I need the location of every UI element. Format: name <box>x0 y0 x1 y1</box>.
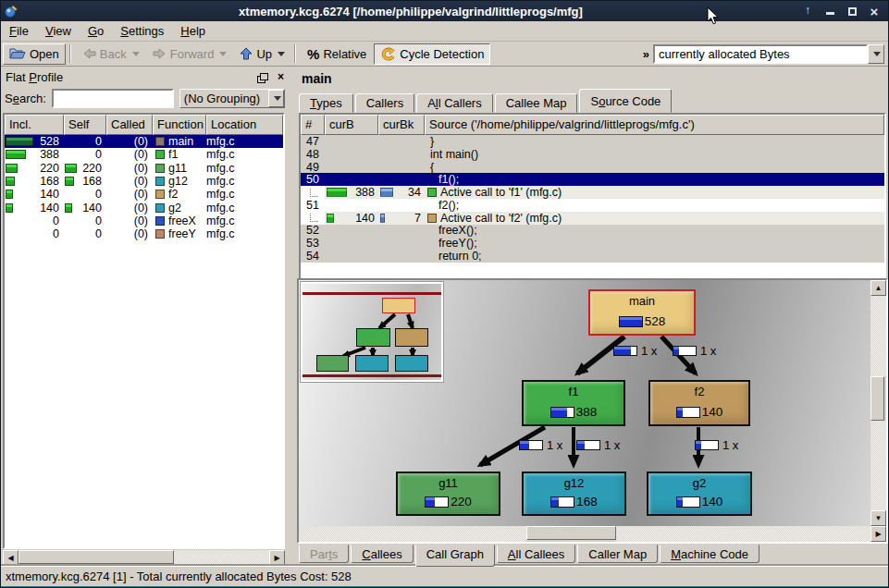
table-row[interactable]: 140140(0)g2mfg.c <box>5 201 283 214</box>
source-row[interactable]: 54return 0; <box>301 250 884 263</box>
source-row[interactable]: 48int main() <box>301 148 884 161</box>
scrollbar-thumb[interactable] <box>526 526 616 540</box>
tab-callers[interactable]: Callers <box>355 93 414 113</box>
scrollbar-thumb[interactable] <box>19 550 174 564</box>
source-row[interactable]: 38834Active call to 'f1' (mfg.c) <box>301 186 884 199</box>
tab-callee-map[interactable]: Callee Map <box>495 93 578 113</box>
cost-bar <box>6 150 26 159</box>
grouping-dropdown-button[interactable] <box>268 90 284 107</box>
source-row[interactable]: 49{ <box>301 161 884 174</box>
forward-button[interactable]: Forward <box>147 43 233 65</box>
table-row[interactable]: 168168(0)g12mfg.c <box>5 175 283 188</box>
scrollbar-thumb[interactable] <box>870 376 884 421</box>
graph-overview-minimap[interactable] <box>301 282 443 382</box>
flat-profile-hscrollbar[interactable]: ◀ ▶ <box>3 550 285 566</box>
cost-type-combobox[interactable]: currently allocated Bytes <box>653 44 884 64</box>
table-row[interactable]: 220220(0)g11mfg.c <box>5 162 283 175</box>
location-value: mfg.c <box>206 135 235 148</box>
source-row[interactable]: 51f2(); <box>301 199 884 212</box>
source-row[interactable]: 1407Active call to 'f2' (mfg.c) <box>301 212 884 225</box>
tab-callees[interactable]: Callees <box>351 545 413 563</box>
scroll-right-icon[interactable]: ▶ <box>269 550 285 566</box>
tab-all-callers[interactable]: All Callers <box>416 93 493 113</box>
panel-splitter[interactable] <box>287 67 297 566</box>
table-row[interactable]: 00(0)freeXmfg.c <box>5 214 283 227</box>
minimize-button[interactable] <box>823 4 836 19</box>
relative-button[interactable]: % Relative <box>302 43 372 65</box>
graph-node-g12[interactable]: g12168 <box>522 472 626 516</box>
maximize-button[interactable] <box>846 4 858 19</box>
location-cell: mfg.c <box>206 188 283 201</box>
scrollbar-track[interactable] <box>616 526 870 542</box>
scrollbar-track[interactable] <box>870 421 886 510</box>
table-row[interactable]: 00(0)freeYmfg.c <box>5 227 283 240</box>
menu-file[interactable]: File <box>1 22 37 40</box>
scrollbar-track[interactable] <box>174 550 269 566</box>
col-curbk[interactable]: curBk <box>378 115 425 135</box>
float-dock-icon[interactable] <box>260 73 268 80</box>
scrollbar-track[interactable] <box>870 296 886 376</box>
call-graph-canvas[interactable]: main528f1388f2140g11220g12168g21401 x1 x… <box>299 280 870 526</box>
grouping-combobox[interactable]: (No Grouping) <box>179 89 285 108</box>
location-value: mfg.c <box>206 202 235 214</box>
toolbar-overflow-chevron[interactable]: » <box>639 47 653 61</box>
tab-source-code[interactable]: Source Code <box>579 89 672 113</box>
source-row[interactable]: 52freeX(); <box>301 225 884 238</box>
tab-all-callees[interactable]: All Callees <box>497 545 575 563</box>
up-button[interactable]: Up <box>234 43 290 65</box>
location-value: mfg.c <box>206 162 235 175</box>
graph-node-f1[interactable]: f1388 <box>522 380 625 426</box>
col-called[interactable]: Called <box>106 115 153 135</box>
search-input[interactable] <box>52 89 174 108</box>
tab-caller-map[interactable]: Caller Map <box>577 545 658 563</box>
col-incl[interactable]: Incl. <box>5 115 64 135</box>
node-cost-bar <box>619 316 643 327</box>
table-row[interactable]: 1400(0)f2mfg.c <box>5 188 283 201</box>
back-dropdown-arrow[interactable] <box>132 52 140 56</box>
col-line[interactable]: # <box>301 115 325 135</box>
close-dock-icon[interactable]: × <box>278 71 284 82</box>
up-dropdown-arrow[interactable] <box>278 52 285 56</box>
tab-types[interactable]: Types <box>299 93 353 113</box>
menu-go[interactable]: Go <box>80 22 112 40</box>
shade-button[interactable]: ↑ <box>801 4 814 19</box>
scroll-down-icon[interactable]: ▼ <box>870 510 886 526</box>
open-button[interactable]: Open <box>3 43 66 65</box>
edge-label-f1-g11: 1 x <box>519 438 562 452</box>
cycle-detection-button[interactable]: Cycle Detection <box>374 43 490 65</box>
menu-settings[interactable]: Settings <box>112 22 172 40</box>
source-row[interactable]: 50f1(); <box>301 173 884 186</box>
graph-node-f2[interactable]: f2140 <box>648 380 750 426</box>
node-cost-fill <box>426 497 435 507</box>
table-row[interactable]: 5280(0)mainmfg.c <box>5 135 283 148</box>
col-source[interactable]: Source ('/home/philippe/valgrind/littlep… <box>425 115 884 135</box>
table-row[interactable]: 3880(0)f1mfg.c <box>5 148 283 161</box>
cost-type-dropdown-button[interactable] <box>868 44 884 64</box>
menu-view[interactable]: View <box>37 22 80 40</box>
back-button[interactable]: Back <box>77 43 145 65</box>
col-self[interactable]: Self <box>64 115 106 135</box>
tab-parts[interactable]: Parts <box>299 545 349 563</box>
source-row[interactable]: 53freeY(); <box>301 237 884 250</box>
col-curb[interactable]: curB <box>325 115 378 135</box>
title-bar: xtmemory.kcg.6274 [/home/philippe/valgri… <box>1 1 888 21</box>
tab-machine-code[interactable]: Machine Code <box>660 545 759 563</box>
tab-call-graph[interactable]: Call Graph <box>415 545 495 567</box>
status-bar: xtmemory.kcg.6274 [1] - Total currently … <box>1 566 888 586</box>
graph-vscrollbar[interactable]: ▲ ▼ <box>870 280 886 526</box>
graph-node-main[interactable]: main528 <box>588 289 696 336</box>
scroll-left-icon[interactable]: ◀ <box>3 550 19 566</box>
col-location[interactable]: Location <box>206 115 283 135</box>
graph-hscrollbar[interactable]: ▶ <box>299 526 886 542</box>
self-cell: 220 <box>64 162 106 175</box>
source-row[interactable]: 47} <box>301 135 884 148</box>
menu-help[interactable]: Help <box>172 22 214 40</box>
forward-dropdown-arrow[interactable] <box>219 52 227 56</box>
scrollbar-track[interactable] <box>299 526 526 542</box>
col-function[interactable]: Function <box>153 115 206 135</box>
scroll-up-icon[interactable]: ▲ <box>870 280 886 296</box>
graph-node-g11[interactable]: g11220 <box>396 472 500 516</box>
scroll-right-icon[interactable]: ▶ <box>870 526 886 542</box>
close-button[interactable]: × <box>868 4 881 19</box>
graph-node-g2[interactable]: g2140 <box>647 472 752 516</box>
